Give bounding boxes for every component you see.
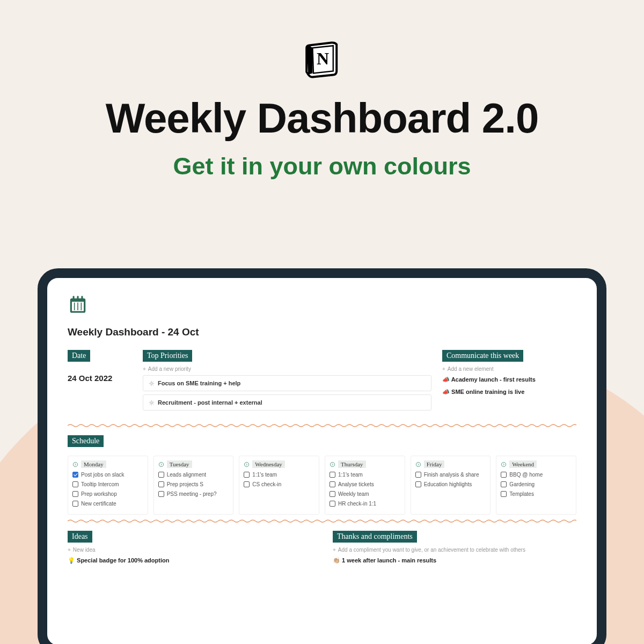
tablet-frame: Weekly Dashboard - 24 Oct Date 24 Oct 20…	[38, 268, 606, 644]
task-item[interactable]: PSS meeting - prep?	[158, 491, 229, 497]
svg-point-29	[245, 462, 249, 466]
task-item[interactable]: Weekly team	[330, 491, 400, 497]
checkbox[interactable]	[501, 491, 507, 497]
task-text: BBQ @ home	[509, 471, 543, 478]
checkbox[interactable]	[158, 481, 164, 487]
checkbox[interactable]	[244, 481, 250, 487]
sun-icon	[149, 400, 155, 406]
svg-point-9	[151, 382, 153, 384]
task-item[interactable]: HR check-in 1:1	[330, 500, 400, 507]
svg-point-28	[159, 462, 163, 466]
svg-point-18	[151, 401, 153, 404]
day-header[interactable]: Monday	[72, 460, 143, 468]
svg-line-25	[150, 404, 150, 404]
day-name: Tuesday	[167, 460, 192, 468]
day-column: Wednesday1:1's teamCS check-in	[239, 456, 319, 515]
day-header[interactable]: Friday	[415, 460, 486, 468]
task-text: Tooltip Intercom	[81, 481, 119, 488]
checkbox[interactable]	[158, 472, 164, 478]
task-item[interactable]: Analyse tickets	[330, 481, 400, 488]
communicate-item[interactable]: 📣 Academy launch - first results	[442, 376, 576, 383]
schedule-label: Schedule	[68, 435, 104, 447]
task-item[interactable]: Templates	[501, 491, 572, 497]
date-section: Date 24 Oct 2022	[68, 350, 132, 414]
priority-item[interactable]: Focus on SME training + help	[143, 375, 431, 391]
svg-point-27	[73, 462, 77, 466]
task-text: Prep workshop	[81, 491, 117, 497]
task-item[interactable]: Tooltip Intercom	[72, 481, 143, 488]
day-column: MondayPost jobs on slackTooltip Intercom…	[68, 456, 148, 515]
task-item[interactable]: Leads alignment	[158, 471, 229, 478]
task-text: 1:1's team	[338, 471, 363, 478]
checkbox[interactable]	[330, 481, 335, 487]
checkbox[interactable]	[72, 501, 78, 507]
task-text: Leads alignment	[167, 471, 206, 478]
day-header[interactable]: Weekend	[501, 460, 572, 468]
task-text: Prep projects S	[167, 481, 203, 488]
checkbox[interactable]	[158, 491, 164, 497]
checkbox[interactable]	[72, 491, 78, 497]
date-label: Date	[68, 350, 90, 362]
checkbox[interactable]	[415, 481, 421, 487]
day-header[interactable]: Thursday	[330, 460, 400, 468]
checkbox[interactable]	[330, 501, 335, 507]
day-column: Thursday1:1's teamAnalyse ticketsWeekly …	[325, 456, 405, 515]
thanks-label: Thanks and compliments	[333, 531, 417, 543]
task-text: Weekly team	[338, 491, 369, 497]
priority-item[interactable]: Recruitment - post internal + external	[143, 394, 431, 411]
arrow-right-circle-icon	[244, 462, 250, 467]
communicate-label: Communicate this week	[442, 350, 523, 362]
svg-point-32	[502, 462, 506, 466]
task-text: Finish analysis & share	[424, 471, 479, 478]
hero-title: Weekly Dashboard 2.0	[0, 94, 644, 143]
task-item[interactable]: CS check-in	[244, 481, 314, 488]
idea-item[interactable]: 💡 Special badge for 100% adoption	[68, 557, 311, 564]
task-item[interactable]: New certificate	[72, 500, 143, 507]
add-communicate-button[interactable]: Add a new element	[442, 366, 576, 372]
add-idea-button[interactable]: New idea	[68, 547, 311, 553]
day-name: Wednesday	[252, 460, 284, 468]
task-item[interactable]: 1:1's team	[330, 471, 400, 478]
divider	[68, 519, 576, 523]
checkbox[interactable]	[330, 472, 335, 478]
add-priority-button[interactable]: Add a new priority	[143, 366, 431, 372]
day-name: Friday	[424, 460, 445, 468]
task-text: Post jobs on slack	[81, 471, 125, 478]
checkbox[interactable]	[244, 472, 250, 478]
svg-rect-4	[77, 296, 78, 300]
day-header[interactable]: Tuesday	[158, 460, 229, 468]
page-title: Weekly Dashboard - 24 Oct	[68, 326, 576, 338]
svg-line-14	[150, 382, 150, 382]
schedule-grid: MondayPost jobs on slackTooltip Intercom…	[68, 456, 576, 515]
day-header[interactable]: Wednesday	[244, 460, 314, 468]
calendar-icon	[68, 294, 576, 317]
task-item[interactable]: BBQ @ home	[501, 471, 572, 478]
task-item[interactable]: Prep workshop	[72, 491, 143, 497]
task-item[interactable]: Finish analysis & share	[415, 471, 486, 478]
ideas-section: Ideas New idea 💡 Special badge for 100% …	[68, 531, 311, 564]
task-text: New certificate	[81, 500, 116, 507]
arrow-right-circle-icon	[158, 462, 164, 467]
svg-text:N: N	[317, 49, 329, 68]
communicate-item[interactable]: 📣 SME online training is live	[442, 389, 576, 396]
checkbox[interactable]	[501, 472, 507, 478]
task-text: HR check-in 1:1	[338, 500, 376, 507]
notion-logo-icon: N	[301, 38, 343, 80]
svg-line-26	[153, 401, 153, 401]
task-text: Gardening	[509, 481, 535, 488]
checkbox[interactable]	[330, 491, 335, 497]
task-item[interactable]: Education highlights	[415, 481, 486, 488]
thanks-item[interactable]: 👏🏼 1 week after launch - main results	[333, 557, 576, 564]
task-item[interactable]: Gardening	[501, 481, 572, 488]
task-item[interactable]: 1:1's team	[244, 471, 314, 478]
hero: N Weekly Dashboard 2.0 Get it in your ow…	[0, 0, 644, 180]
checkbox[interactable]	[501, 481, 507, 487]
task-item[interactable]: Prep projects S	[158, 481, 229, 488]
checkbox[interactable]	[72, 472, 78, 478]
task-text: Analyse tickets	[338, 481, 374, 488]
checkbox[interactable]	[415, 472, 421, 478]
checkbox[interactable]	[72, 481, 78, 487]
task-text: PSS meeting - prep?	[167, 491, 217, 497]
add-thanks-button[interactable]: Add a compliment you want to give, or an…	[333, 547, 576, 553]
task-item[interactable]: Post jobs on slack	[72, 471, 143, 478]
